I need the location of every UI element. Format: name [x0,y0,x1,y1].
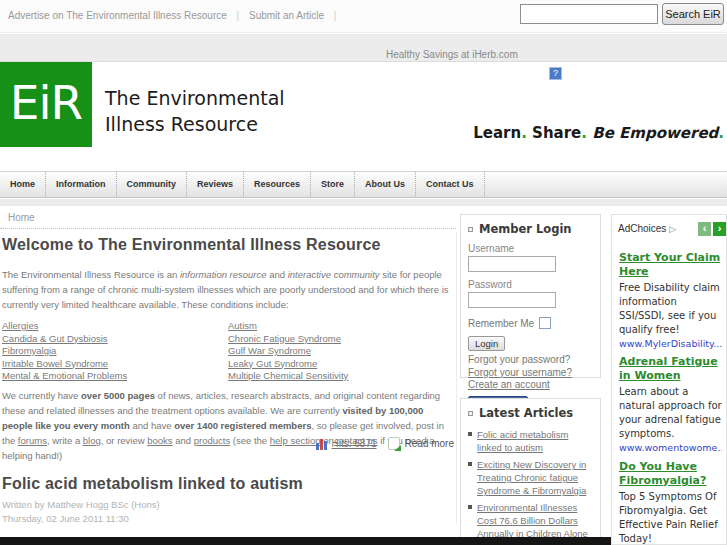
site-title: The Environmental Illness Resource [105,85,285,137]
link-multiple-chemical-sensitivity[interactable]: Multiple Chemical Sensitivity [228,370,348,383]
tagline-word1: Learn [473,124,521,142]
products-link[interactable]: products [194,435,230,446]
header-band [0,34,727,62]
page: Advertise on The Environmental Illness R… [0,0,727,545]
link-chronic-fatigue-syndrome[interactable]: Chronic Fatigue Syndrome [228,333,341,346]
tagline-word2: Share [532,124,581,142]
module-square-icon [468,411,473,416]
link-autism[interactable]: Autism [228,320,257,333]
tagline-dot: . [521,124,527,142]
bullet-icon [468,462,472,466]
stats-text: , or review [101,435,147,446]
forgot-password-link[interactable]: Forgot your password? [468,354,570,367]
login-button[interactable]: Login [468,336,505,351]
link-allergies[interactable]: Allergies [2,320,38,333]
stats-text: , write a [47,435,83,446]
footer-bar [0,537,611,545]
ad1-headline-link[interactable]: Start Your Claim Here [619,251,722,279]
ad-carousel-controls: ‹ › [698,222,726,236]
ad-column: AdChoices ▷ ‹ › Start Your Claim Here Fr… [611,214,727,545]
module-square-icon [468,227,473,232]
link-candida-gut-dysbiosis[interactable]: Candida & Gut Dysbiosis [2,333,108,346]
nav-item-home[interactable]: Home [0,172,46,197]
nav-item-reviews[interactable]: Reviews [187,172,244,197]
ad-slot-3: Do You Have Fibromyalgia? Top 5 Symptoms… [619,460,722,545]
iherb-ad-link[interactable]: Healthy Savings at iHerb.com [386,49,518,60]
nav-item-contact-us[interactable]: Contact Us [416,172,485,197]
read-more-link[interactable]: Read more [405,438,454,449]
adchoices-link[interactable]: AdChoices ▷ [618,223,676,234]
latest-article-link-1[interactable]: Folic acid metabolism linked to autism [477,428,593,454]
hits-row: Hits: 6871 Read more [316,437,455,450]
member-login-box: Member Login Username Password Remember … [460,214,601,378]
create-account-link[interactable]: Create an account [468,379,550,392]
stats-paragraph: We currently have over 5000 pages of new… [2,388,454,463]
blog-link[interactable]: blog [83,435,101,446]
link-fibromyalgia[interactable]: Fibromyalgia [2,345,56,358]
password-field[interactable] [468,292,556,308]
remember-me-label: Remember Me [468,318,534,329]
books-link[interactable]: books [147,435,172,446]
top-utility-bar: Advertise on The Environmental Illness R… [0,0,727,33]
stats-bold-members: over 1400 registered members [174,420,311,431]
ad1-body: Free Disability claim information SSI/SS… [619,281,722,337]
hits-link[interactable]: Hits: 6871 [332,438,377,449]
list-item: Exciting New Discovery in Treating Chron… [468,458,593,497]
forums-link[interactable]: forums [18,435,47,446]
latest-article-link-3[interactable]: Environmental Illnesses Cost 76.6 Billio… [477,501,593,540]
adchoices-icon: ▷ [669,224,676,234]
main-navigation: Home Information Community Reviews Resou… [0,171,727,198]
search-button[interactable]: Search EiR [662,3,724,25]
username-field[interactable] [468,256,556,272]
submit-article-link[interactable]: Submit an Article [249,10,324,21]
forgot-username-link[interactable]: Forgot your username? [468,367,572,380]
ad3-headline-link[interactable]: Do You Have Fibromyalgia? [619,460,722,488]
ad2-url-link[interactable]: www.womentowome... [619,442,722,453]
ad-next-button[interactable]: › [713,222,726,236]
search-input[interactable] [520,4,658,24]
article-title: Folic acid metabolism linked to autism [2,475,303,493]
separator: | [237,10,240,21]
ad-slot-2: Adrenal Fatigue in Women Learn about a n… [619,355,722,453]
latest-article-link-2[interactable]: Exciting New Discovery in Treating Chron… [477,458,593,497]
nav-item-about-us[interactable]: About Us [355,172,416,197]
password-label: Password [468,279,593,290]
username-label: Username [468,243,593,254]
nav-item-information[interactable]: Information [46,172,117,197]
site-logo[interactable]: EiR [0,62,92,147]
link-gulf-war-syndrome[interactable]: Gulf War Syndrome [228,345,311,358]
link-leaky-gut-syndrome[interactable]: Leaky Gut Syndrome [228,358,317,371]
link-irritable-bowel-syndrome[interactable]: Irritable Bowel Syndrome [2,358,108,371]
condition-column-2: Autism Chronic Fatigue Syndrome Gulf War… [228,320,454,383]
nav-item-resources[interactable]: Resources [244,172,311,197]
site-title-line2: Illness Resource [105,111,285,137]
nav-item-community[interactable]: Community [117,172,188,197]
column-divider [456,233,457,523]
stats-bold-pages: over 5000 pages [81,390,155,401]
advertise-link[interactable]: Advertise on The Environmental Illness R… [8,10,227,21]
intro-italic-1: information resource [180,269,267,280]
ad2-headline-link[interactable]: Adrenal Fatigue in Women [619,355,722,383]
broken-image-icon: ? [549,67,562,80]
stats-text: and have [130,420,174,431]
stats-text: (see the [230,435,270,446]
stats-text: We currently have [2,390,81,401]
article-byline: Written by Matthew Hogg BSc (Hons) [2,499,160,510]
ad-prev-button[interactable]: ‹ [698,222,711,236]
remember-me-checkbox[interactable] [539,317,551,329]
member-login-header: Member Login [468,222,593,236]
intro-paragraph: The Environmental Illness Resource is an… [2,267,454,312]
help-section-link[interactable]: help section [270,435,321,446]
page-title: Welcome to The Environmental Illness Res… [2,236,381,254]
article-date: Thursday, 02 June 2011 11:30 [2,513,129,524]
ad1-url-link[interactable]: www.MylerDisability.... [619,338,722,349]
tagline-dot: . [581,124,587,142]
login-links: Forgot your password? Forgot your userna… [468,354,593,392]
latest-articles-header: Latest Articles [468,406,593,420]
stats-text: and [173,435,194,446]
bar-chart-icon [316,438,327,450]
tagline: Learn. Share. Be Empowered. [473,124,724,142]
latest-articles-box: Latest Articles Folic acid metabolism li… [460,398,601,545]
link-mental-emotional-problems[interactable]: Mental & Emotional Problems [2,370,127,383]
nav-item-store[interactable]: Store [311,172,355,197]
